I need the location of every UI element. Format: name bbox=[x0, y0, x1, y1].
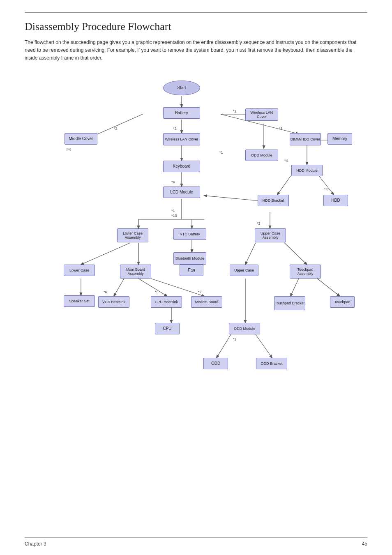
svg-line-30 bbox=[317, 279, 340, 296]
node-lower-case-assembly: Lower Case Assembly bbox=[117, 228, 148, 242]
svg-line-9 bbox=[277, 176, 291, 195]
node-middle-cover: Middle Cover bbox=[65, 133, 97, 145]
node-keyboard: Keyboard bbox=[163, 161, 200, 172]
svg-line-10 bbox=[319, 176, 334, 195]
label-star3-1: *3 bbox=[279, 127, 283, 131]
node-modem-board: Modem Board bbox=[191, 296, 222, 308]
node-hdd-bracket: HDD Bracket bbox=[258, 195, 289, 206]
svg-line-23 bbox=[245, 243, 256, 265]
label-star2-odd: *2 bbox=[233, 337, 237, 341]
svg-line-27 bbox=[138, 279, 167, 296]
node-main-board-assembly: Main Board Assembly bbox=[120, 265, 151, 279]
node-cpu-heatsink: CPU Heatsink bbox=[151, 296, 182, 308]
svg-line-26 bbox=[114, 279, 124, 296]
node-battery: Battery bbox=[163, 107, 200, 119]
label-star13: *13 bbox=[171, 214, 177, 218]
node-hdd-module: HDD Module bbox=[291, 165, 323, 176]
label-star1-2: *1 bbox=[171, 209, 175, 213]
label-star2-2: *2 bbox=[114, 127, 118, 131]
node-upper-case: Upper Case bbox=[230, 265, 258, 276]
label-star1-1: *1 bbox=[219, 150, 223, 154]
svg-line-4 bbox=[93, 114, 143, 136]
footer: Chapter 3 45 bbox=[25, 537, 367, 547]
node-touchpad: Touchpad bbox=[330, 296, 355, 308]
node-dimm-hdd-cover: DIMM/HDD Cover bbox=[290, 133, 321, 145]
node-fan: Fan bbox=[180, 265, 203, 276]
node-wireless-lan-cover-top: Wireless LAN Cover bbox=[245, 108, 278, 121]
svg-line-29 bbox=[291, 279, 299, 296]
node-odd-bracket: ODD Bracket bbox=[256, 358, 287, 369]
label-star2-3: *2 bbox=[173, 127, 177, 131]
node-vga-heatsink: VGA Heatsink bbox=[98, 296, 129, 308]
label-star4-2: *4 bbox=[284, 159, 288, 163]
node-lcd-module: LCD Module bbox=[163, 187, 200, 198]
node-cpu: CPU bbox=[155, 323, 180, 334]
footer-page: 45 bbox=[362, 541, 367, 547]
node-upper-case-assembly: Upper Case Assembly bbox=[255, 228, 286, 242]
node-lower-case: Lower Case bbox=[64, 265, 95, 276]
node-touchpad-bracket: Touchpad Bracket bbox=[274, 296, 305, 310]
label-star4-4: *4 bbox=[324, 187, 328, 191]
node-touchpad-assembly: Touchpad Assembly bbox=[290, 265, 321, 279]
svg-line-28 bbox=[151, 279, 204, 296]
page-title: Disassembly Procedure Flowchart bbox=[25, 21, 367, 33]
node-start: Start bbox=[163, 81, 200, 95]
svg-line-33 bbox=[217, 334, 231, 358]
node-speaker-set: Speaker Set bbox=[64, 295, 95, 307]
label-star2-1: *2 bbox=[233, 109, 237, 113]
label-star2-4: *2 bbox=[198, 290, 202, 294]
description: The flowchart on the succeeding page giv… bbox=[25, 39, 362, 62]
svg-line-20 bbox=[81, 243, 130, 265]
node-wireless-lan-cover: Wireless LAN Cover bbox=[163, 133, 200, 145]
top-border bbox=[25, 12, 367, 13]
node-odd-module-top: ODD Module bbox=[245, 150, 278, 161]
label-star6: *6 bbox=[104, 290, 107, 294]
label-star3-2: *3 bbox=[257, 221, 261, 226]
label-star4-3: *4 bbox=[171, 180, 175, 184]
svg-line-34 bbox=[256, 334, 272, 358]
node-rtc-battery: RTC Battery bbox=[173, 228, 206, 240]
page: Disassembly Procedure Flowchart The flow… bbox=[0, 0, 392, 555]
label-star3-3: *3 bbox=[155, 290, 159, 294]
svg-line-12 bbox=[204, 196, 260, 201]
node-hdd: HDD bbox=[323, 195, 348, 206]
flowchart-area: Start Battery Wireless LAN Cover *2 Midd… bbox=[28, 72, 364, 458]
node-bluetooth-module: Bluetooth Module bbox=[173, 252, 206, 265]
node-memory: Memory bbox=[327, 133, 352, 145]
footer-chapter: Chapter 3 bbox=[25, 541, 46, 547]
svg-line-24 bbox=[284, 243, 307, 265]
node-odd-module-bottom: ODD Module bbox=[229, 323, 260, 334]
label-lstar4: l*4 bbox=[67, 147, 71, 152]
node-odd: ODD bbox=[203, 358, 228, 369]
